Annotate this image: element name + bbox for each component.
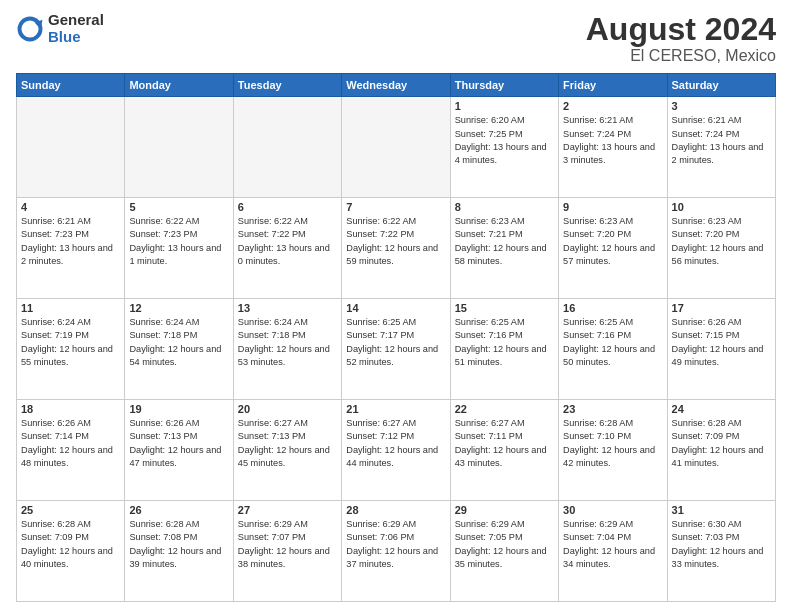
table-row (17, 97, 125, 198)
table-row: 17Sunrise: 6:26 AMSunset: 7:15 PMDayligh… (667, 299, 775, 400)
day-info: Sunrise: 6:24 AMSunset: 7:19 PMDaylight:… (21, 316, 120, 369)
day-info: Sunrise: 6:29 AMSunset: 7:07 PMDaylight:… (238, 518, 337, 571)
day-info: Sunrise: 6:29 AMSunset: 7:05 PMDaylight:… (455, 518, 554, 571)
title-block: August 2024 El CERESO, Mexico (586, 12, 776, 65)
day-number: 12 (129, 302, 228, 314)
table-row: 27Sunrise: 6:29 AMSunset: 7:07 PMDayligh… (233, 501, 341, 602)
table-row: 19Sunrise: 6:26 AMSunset: 7:13 PMDayligh… (125, 400, 233, 501)
col-wednesday: Wednesday (342, 74, 450, 97)
day-info: Sunrise: 6:28 AMSunset: 7:09 PMDaylight:… (21, 518, 120, 571)
calendar-week-row: 18Sunrise: 6:26 AMSunset: 7:14 PMDayligh… (17, 400, 776, 501)
day-number: 2 (563, 100, 662, 112)
day-number: 21 (346, 403, 445, 415)
page: General Blue August 2024 El CERESO, Mexi… (0, 0, 792, 612)
logo: General Blue (16, 12, 104, 45)
table-row: 2Sunrise: 6:21 AMSunset: 7:24 PMDaylight… (559, 97, 667, 198)
day-info: Sunrise: 6:30 AMSunset: 7:03 PMDaylight:… (672, 518, 771, 571)
day-info: Sunrise: 6:27 AMSunset: 7:11 PMDaylight:… (455, 417, 554, 470)
day-info: Sunrise: 6:21 AMSunset: 7:24 PMDaylight:… (672, 114, 771, 167)
day-info: Sunrise: 6:22 AMSunset: 7:22 PMDaylight:… (346, 215, 445, 268)
table-row: 21Sunrise: 6:27 AMSunset: 7:12 PMDayligh… (342, 400, 450, 501)
day-number: 1 (455, 100, 554, 112)
day-number: 25 (21, 504, 120, 516)
day-info: Sunrise: 6:25 AMSunset: 7:16 PMDaylight:… (455, 316, 554, 369)
day-info: Sunrise: 6:23 AMSunset: 7:20 PMDaylight:… (672, 215, 771, 268)
table-row: 8Sunrise: 6:23 AMSunset: 7:21 PMDaylight… (450, 198, 558, 299)
calendar-week-row: 4Sunrise: 6:21 AMSunset: 7:23 PMDaylight… (17, 198, 776, 299)
table-row: 13Sunrise: 6:24 AMSunset: 7:18 PMDayligh… (233, 299, 341, 400)
day-info: Sunrise: 6:27 AMSunset: 7:13 PMDaylight:… (238, 417, 337, 470)
table-row: 16Sunrise: 6:25 AMSunset: 7:16 PMDayligh… (559, 299, 667, 400)
day-info: Sunrise: 6:25 AMSunset: 7:16 PMDaylight:… (563, 316, 662, 369)
calendar-table: Sunday Monday Tuesday Wednesday Thursday… (16, 73, 776, 602)
day-info: Sunrise: 6:29 AMSunset: 7:06 PMDaylight:… (346, 518, 445, 571)
table-row (233, 97, 341, 198)
col-monday: Monday (125, 74, 233, 97)
table-row: 18Sunrise: 6:26 AMSunset: 7:14 PMDayligh… (17, 400, 125, 501)
day-number: 24 (672, 403, 771, 415)
day-number: 8 (455, 201, 554, 213)
day-info: Sunrise: 6:22 AMSunset: 7:22 PMDaylight:… (238, 215, 337, 268)
day-number: 23 (563, 403, 662, 415)
day-number: 9 (563, 201, 662, 213)
day-info: Sunrise: 6:29 AMSunset: 7:04 PMDaylight:… (563, 518, 662, 571)
day-number: 26 (129, 504, 228, 516)
day-number: 13 (238, 302, 337, 314)
title-month: August 2024 (586, 12, 776, 47)
table-row: 9Sunrise: 6:23 AMSunset: 7:20 PMDaylight… (559, 198, 667, 299)
day-number: 6 (238, 201, 337, 213)
day-info: Sunrise: 6:21 AMSunset: 7:23 PMDaylight:… (21, 215, 120, 268)
table-row: 25Sunrise: 6:28 AMSunset: 7:09 PMDayligh… (17, 501, 125, 602)
day-number: 30 (563, 504, 662, 516)
table-row: 4Sunrise: 6:21 AMSunset: 7:23 PMDaylight… (17, 198, 125, 299)
day-number: 3 (672, 100, 771, 112)
day-number: 17 (672, 302, 771, 314)
day-info: Sunrise: 6:27 AMSunset: 7:12 PMDaylight:… (346, 417, 445, 470)
day-number: 7 (346, 201, 445, 213)
header: General Blue August 2024 El CERESO, Mexi… (16, 12, 776, 65)
day-number: 4 (21, 201, 120, 213)
day-info: Sunrise: 6:25 AMSunset: 7:17 PMDaylight:… (346, 316, 445, 369)
logo-blue-text: Blue (48, 29, 104, 46)
day-number: 16 (563, 302, 662, 314)
day-number: 10 (672, 201, 771, 213)
table-row: 11Sunrise: 6:24 AMSunset: 7:19 PMDayligh… (17, 299, 125, 400)
table-row: 29Sunrise: 6:29 AMSunset: 7:05 PMDayligh… (450, 501, 558, 602)
calendar-header-row: Sunday Monday Tuesday Wednesday Thursday… (17, 74, 776, 97)
day-info: Sunrise: 6:26 AMSunset: 7:14 PMDaylight:… (21, 417, 120, 470)
table-row: 14Sunrise: 6:25 AMSunset: 7:17 PMDayligh… (342, 299, 450, 400)
col-thursday: Thursday (450, 74, 558, 97)
day-number: 19 (129, 403, 228, 415)
day-info: Sunrise: 6:28 AMSunset: 7:10 PMDaylight:… (563, 417, 662, 470)
day-number: 20 (238, 403, 337, 415)
day-number: 29 (455, 504, 554, 516)
day-info: Sunrise: 6:23 AMSunset: 7:21 PMDaylight:… (455, 215, 554, 268)
calendar-week-row: 11Sunrise: 6:24 AMSunset: 7:19 PMDayligh… (17, 299, 776, 400)
table-row: 10Sunrise: 6:23 AMSunset: 7:20 PMDayligh… (667, 198, 775, 299)
day-info: Sunrise: 6:22 AMSunset: 7:23 PMDaylight:… (129, 215, 228, 268)
day-info: Sunrise: 6:28 AMSunset: 7:09 PMDaylight:… (672, 417, 771, 470)
day-info: Sunrise: 6:21 AMSunset: 7:24 PMDaylight:… (563, 114, 662, 167)
table-row: 22Sunrise: 6:27 AMSunset: 7:11 PMDayligh… (450, 400, 558, 501)
day-info: Sunrise: 6:23 AMSunset: 7:20 PMDaylight:… (563, 215, 662, 268)
table-row: 23Sunrise: 6:28 AMSunset: 7:10 PMDayligh… (559, 400, 667, 501)
table-row: 12Sunrise: 6:24 AMSunset: 7:18 PMDayligh… (125, 299, 233, 400)
logo-icon (16, 15, 44, 43)
table-row: 7Sunrise: 6:22 AMSunset: 7:22 PMDaylight… (342, 198, 450, 299)
day-info: Sunrise: 6:26 AMSunset: 7:13 PMDaylight:… (129, 417, 228, 470)
title-location: El CERESO, Mexico (586, 47, 776, 65)
table-row: 24Sunrise: 6:28 AMSunset: 7:09 PMDayligh… (667, 400, 775, 501)
table-row (342, 97, 450, 198)
logo-text: General Blue (48, 12, 104, 45)
table-row: 20Sunrise: 6:27 AMSunset: 7:13 PMDayligh… (233, 400, 341, 501)
logo-general-text: General (48, 12, 104, 29)
calendar-week-row: 1Sunrise: 6:20 AMSunset: 7:25 PMDaylight… (17, 97, 776, 198)
col-friday: Friday (559, 74, 667, 97)
day-number: 11 (21, 302, 120, 314)
table-row: 28Sunrise: 6:29 AMSunset: 7:06 PMDayligh… (342, 501, 450, 602)
calendar-week-row: 25Sunrise: 6:28 AMSunset: 7:09 PMDayligh… (17, 501, 776, 602)
day-number: 14 (346, 302, 445, 314)
table-row: 3Sunrise: 6:21 AMSunset: 7:24 PMDaylight… (667, 97, 775, 198)
table-row: 5Sunrise: 6:22 AMSunset: 7:23 PMDaylight… (125, 198, 233, 299)
day-info: Sunrise: 6:24 AMSunset: 7:18 PMDaylight:… (129, 316, 228, 369)
